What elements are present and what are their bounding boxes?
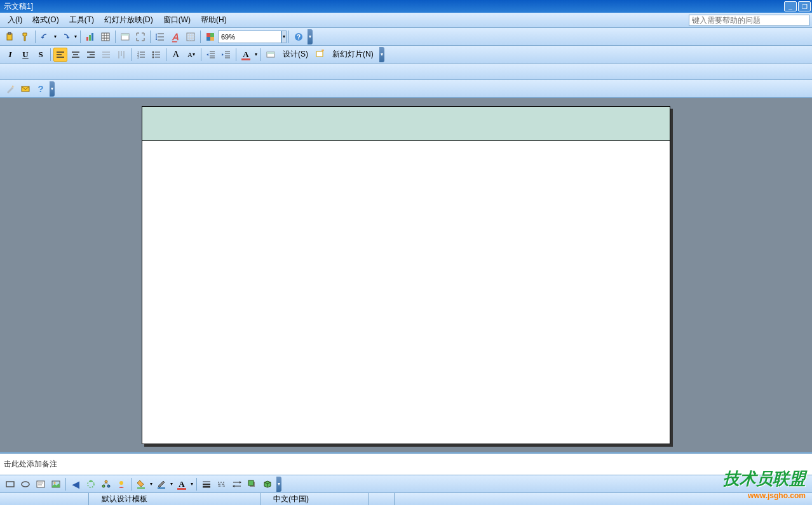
separator: [166, 48, 166, 61]
mail-button[interactable]: [18, 82, 32, 96]
status-template: 默认设计模板: [89, 493, 261, 505]
increase-indent-button[interactable]: [219, 48, 233, 62]
numbered-list-button[interactable]: 123: [134, 48, 148, 62]
line-weight-button[interactable]: [200, 477, 213, 491]
font-color-dropdown[interactable]: ▾: [254, 48, 259, 62]
autoshapes-button[interactable]: ◀: [69, 477, 83, 491]
decrease-indent-button[interactable]: [204, 48, 218, 62]
svg-point-71: [54, 482, 56, 484]
paste-button[interactable]: [3, 30, 17, 44]
toolbar-options-3[interactable]: ▾: [50, 81, 55, 97]
rectangle-tool[interactable]: [3, 477, 17, 491]
separator: [288, 31, 289, 43]
color-button[interactable]: [203, 30, 217, 44]
highlight-button[interactable]: [264, 48, 278, 62]
status-cell-1: [0, 493, 89, 505]
status-bar: 默认设计模板 中文(中国): [0, 492, 812, 505]
paragraph-spacing-button[interactable]: [153, 30, 167, 44]
font-color-button[interactable]: A: [239, 48, 253, 62]
formatting-toolbar: I U S 123 A A▾ A ▾ 设计(S) 新幻灯片(N) ▾: [0, 46, 812, 64]
separator: [196, 478, 197, 491]
font-color-draw-dropdown[interactable]: ▾: [189, 477, 194, 491]
decrease-font-button[interactable]: A▾: [184, 48, 198, 62]
svg-point-51: [152, 56, 154, 58]
svg-rect-21: [210, 33, 214, 37]
notes-pane[interactable]: 击此处添加备注: [0, 452, 812, 475]
insert-slide-button[interactable]: [118, 30, 132, 44]
undo-button[interactable]: [38, 30, 52, 44]
picture-tool[interactable]: [49, 477, 63, 491]
svg-line-77: [104, 483, 106, 485]
separator: [131, 478, 132, 491]
status-language: 中文(中国): [261, 493, 369, 505]
zoom-input[interactable]: [218, 31, 281, 43]
magic-button[interactable]: [3, 82, 17, 96]
arrow-style-button[interactable]: [230, 477, 244, 491]
svg-rect-5: [102, 33, 109, 41]
menu-help[interactable]: 帮助(H): [196, 13, 232, 27]
help-search-input[interactable]: [689, 15, 809, 26]
zoom-dropdown[interactable]: ▾: [281, 31, 287, 43]
grid-button[interactable]: [184, 30, 198, 44]
line-color-button[interactable]: [154, 477, 168, 491]
menu-tools[interactable]: 工具(T): [64, 13, 99, 27]
text-direction-button[interactable]: [114, 48, 128, 62]
new-slide-icon[interactable]: [313, 48, 327, 62]
textbox-tool[interactable]: [34, 477, 48, 491]
fill-color-button[interactable]: [134, 477, 148, 491]
restore-button[interactable]: ❐: [798, 1, 811, 11]
justify-button[interactable]: [99, 48, 113, 62]
show-formatting-button[interactable]: A̲: [168, 30, 182, 44]
rotate-button[interactable]: [84, 477, 98, 491]
status-spellcheck-icon[interactable]: [369, 493, 395, 505]
italic-button[interactable]: I: [3, 48, 17, 62]
clipart-button[interactable]: [114, 477, 128, 491]
align-right-button[interactable]: [84, 48, 98, 62]
toolbar-options-4[interactable]: ▾: [276, 477, 281, 492]
redo-button[interactable]: [58, 30, 72, 44]
menu-format[interactable]: 格式(O): [27, 13, 64, 27]
toolbar-options-2[interactable]: ▾: [379, 47, 384, 62]
menu-insert[interactable]: 入(I): [3, 13, 27, 27]
design-button[interactable]: 设计(S): [278, 48, 313, 62]
line-color-dropdown[interactable]: ▾: [169, 477, 174, 491]
svg-rect-3: [89, 35, 91, 41]
align-left-button[interactable]: [53, 48, 67, 62]
reviewing-toolbar: ? ▾: [0, 80, 812, 98]
diagram-button[interactable]: [99, 477, 113, 491]
bullet-list-button[interactable]: [149, 48, 163, 62]
svg-rect-80: [137, 487, 145, 489]
dash-style-button[interactable]: [215, 477, 229, 491]
minimize-button[interactable]: _: [784, 1, 797, 11]
new-slide-button[interactable]: 新幻灯片(N): [328, 48, 378, 62]
menu-slideshow[interactable]: 幻灯片放映(D): [99, 13, 158, 27]
svg-line-78: [106, 483, 109, 485]
redo-dropdown[interactable]: ▾: [73, 30, 78, 44]
separator: [50, 48, 51, 61]
help-button[interactable]: ?: [292, 30, 306, 44]
undo-dropdown[interactable]: ▾: [53, 30, 58, 44]
table-button[interactable]: [98, 30, 112, 44]
expand-button[interactable]: [133, 30, 147, 44]
strikethrough-button[interactable]: S: [34, 48, 48, 62]
svg-rect-62: [267, 52, 274, 54]
help-icon-button[interactable]: ?: [34, 82, 48, 96]
increase-font-button[interactable]: A: [169, 48, 183, 62]
chart-button[interactable]: [83, 30, 97, 44]
align-center-button[interactable]: [69, 48, 83, 62]
svg-point-47: [152, 51, 154, 53]
svg-rect-20: [206, 33, 210, 37]
font-color-draw-button[interactable]: A: [175, 477, 189, 491]
oval-tool[interactable]: [18, 477, 32, 491]
3d-button[interactable]: [261, 477, 274, 491]
underline-button[interactable]: U: [18, 48, 32, 62]
slide-title-placeholder[interactable]: [142, 107, 670, 141]
slide-canvas[interactable]: [142, 106, 670, 444]
svg-rect-11: [121, 34, 129, 36]
format-painter-button[interactable]: [18, 30, 32, 44]
menu-window[interactable]: 窗口(W): [158, 13, 196, 27]
shadow-button[interactable]: [245, 477, 259, 491]
fill-color-dropdown[interactable]: ▾: [149, 477, 154, 491]
toolbar-options[interactable]: ▾: [308, 29, 313, 44]
svg-point-66: [22, 482, 29, 487]
